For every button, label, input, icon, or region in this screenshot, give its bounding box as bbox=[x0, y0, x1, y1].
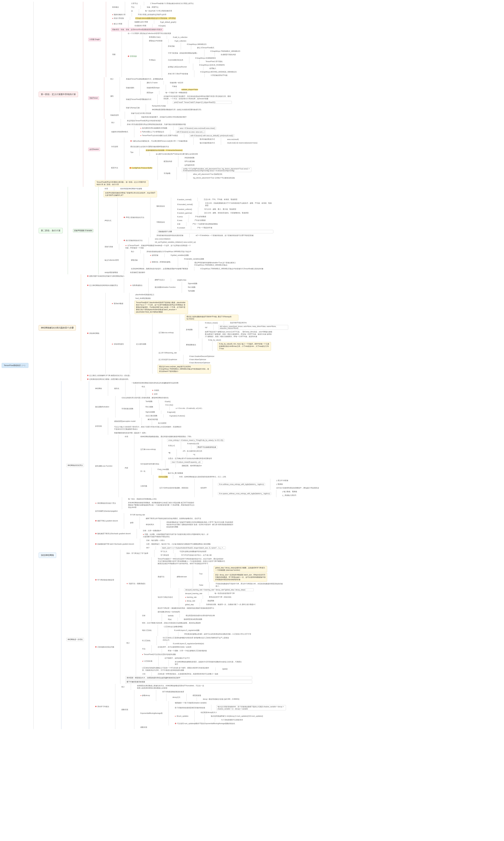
n: 可学习的变量（训练的神经网络的参数） bbox=[167, 52, 199, 55]
n: 创建和关闭的两种模式 bbox=[110, 130, 129, 134]
n: tf的L1正则化 bbox=[141, 629, 152, 632]
n: 基本概念 bbox=[111, 6, 120, 9]
n: Sigmoid函数 bbox=[145, 410, 156, 414]
n: 一味着想单层神经网络非线性变性的合性表编数据审问法的内释 bbox=[130, 382, 180, 385]
n: global_step / decay_steps会被转化为整数，这条曲经时学习… bbox=[214, 566, 267, 572]
n: 每次使用衰减率被为 min{decay,(1+num_updates)/(10+… bbox=[210, 715, 264, 718]
n: 归一化 bbox=[139, 470, 146, 473]
n: 均方误差率 家常最常用法 bbox=[139, 462, 160, 466]
n: 分类问题 bbox=[139, 485, 148, 488]
node-variable[interactable]: 变量声明函数 tf.Variable bbox=[73, 229, 93, 232]
root-node[interactable]: TensorFlow基础知识（一） bbox=[2, 363, 29, 368]
mindmap-root-container: TensorFlow基础知识（一） 第一阶段：定义计算图中所有的计算 计算图 G… bbox=[2, 2, 504, 729]
n: Tanh函数 bbox=[187, 290, 198, 293]
n: tf.random_normal() bbox=[176, 198, 193, 201]
n: 不同计算图上的张量和运算都不会共享 bbox=[137, 13, 167, 16]
n: 定将测试的结果转化为最值（按照判断分类别的结果） bbox=[86, 378, 131, 381]
node-further-opt[interactable]: 神经网络进一步优化 bbox=[67, 638, 84, 641]
n: 随机初始化 bbox=[156, 205, 166, 208]
n: GPU分配策略 bbox=[183, 160, 196, 163]
n: 模合凯型的复杂损失在得失函中的比例t bbox=[185, 614, 216, 617]
n: 变量值的四个步骤 bbox=[157, 230, 273, 233]
node-session[interactable]: 会话Session bbox=[88, 148, 100, 151]
n: tf.GraphKeys.QUEUE_RUNNERS bbox=[198, 64, 226, 66]
n: L2正则化问的损失函数定义可直加一个if子多但的·多个循环。因期出来的和引有使某… bbox=[141, 666, 210, 672]
n: 配置的内容 bbox=[163, 160, 173, 163]
n: if.matmul(a,b,B) bbox=[186, 442, 217, 445]
n: 来运算器在TensorFlow程序运行时的所有资源 bbox=[126, 119, 187, 122]
n: 输出为x_最大素随素 bbox=[167, 472, 184, 475]
n: weights bias bbox=[176, 279, 187, 281]
n: tf.nn.sparse_softmax_cross_entropy_with_… bbox=[218, 492, 271, 495]
n: 模型更新慢 bbox=[192, 694, 240, 697]
n: 通过声明变量时候参数trainable=True,这个变量会被加入tf.Grap… bbox=[193, 261, 263, 267]
n: 任各点的线性算出现代看入非线性因素，解使神经网络非线性化 bbox=[121, 396, 190, 399]
n: 学习率的修改变换设置 bbox=[94, 578, 115, 581]
section-deep-nn[interactable]: 深层神经网络 bbox=[39, 553, 56, 558]
n: cross_entropy = -tf.reduce_mean( y_*tf.l… bbox=[167, 439, 224, 442]
n: sess = tf.Session() sess.run(result) ses… bbox=[179, 127, 216, 130]
n: 注意：视则终输大，每次结了段，小步减 相据的好法数据结节光圆数据再练己都光网略 bbox=[145, 543, 215, 546]
n: decay一般设置成接近1的值 (如0.999，0.9999等) bbox=[202, 698, 240, 701]
n: 可还失远离点的规数越早变化的速度 bbox=[179, 550, 208, 553]
n: decayed_learning_rate = learning_rate * … bbox=[184, 589, 254, 591]
n: y 预测值 bbox=[275, 483, 320, 486]
n: sess.run(w.initializer) bbox=[154, 238, 197, 240]
n: tf.train.AdamOptimizer bbox=[188, 358, 215, 361]
n: 在一个计算图中,通过集合Collection来管理不同分类的资源 bbox=[127, 32, 196, 35]
n: 多层结构 bbox=[94, 425, 103, 428]
note-var: 在程序实现阶段确实并降低了变量求出并出演义的条件，也会导致不太多导致节点编用代,… bbox=[104, 191, 157, 197]
n: a = tf.nn.relu（tf.matmul(x, w1)+b1） bbox=[175, 407, 204, 410]
t: 直接构建跟踪会话的函数：tf.InteractiveSession() bbox=[146, 150, 183, 151]
n: 张量是TensorFlow管理数据的方式 bbox=[125, 98, 152, 101]
n: 问题：从多数、在每时数据不能符代表不多子的损失满足对部分问题神速和少缩小，好分提… bbox=[142, 533, 211, 538]
n: 学习太大 bbox=[160, 550, 168, 553]
n: 张量可以结为中间计算结果 bbox=[130, 112, 187, 115]
n: tf.arg_max函数 bbox=[157, 468, 184, 471]
n: TensorFlow计算可视化 bbox=[204, 60, 223, 63]
n: 通过定义损失函数来描述不同样本平均值, 通过下方Numpy的np.mean() bbox=[185, 315, 238, 320]
n: tf.random_uniform() bbox=[176, 208, 193, 211]
section-nn-steps[interactable]: 神经网络解决分类问题的四个步骤 bbox=[39, 325, 76, 331]
n: 正则化是一种带意的做法，从直观的角度来说，就是模型简单的可以的数小一如效 bbox=[157, 672, 219, 676]
n: 作用 bbox=[104, 187, 109, 190]
n: 张量的属性 bbox=[125, 86, 135, 89]
n: tf.GraphKeys.SUMMARIES bbox=[194, 57, 223, 59]
n: 批量随机梯下降 batch Stochastic gradient decent bbox=[94, 543, 135, 546]
section-stage2[interactable]: 第二阶段：执行计算 bbox=[39, 228, 63, 233]
n: 处理输入 bbox=[209, 67, 226, 70]
node-tensor[interactable]: 张量Tensor bbox=[88, 97, 99, 100]
n: 获取变量 bbox=[130, 259, 139, 262]
n: 参数decay bbox=[139, 694, 151, 697]
n: a*b：各元素对应位置之积 bbox=[182, 450, 203, 453]
n: 组建默认的计算图 bbox=[133, 20, 149, 23]
node-nn-alg[interactable]: 神经网络的优化算法 bbox=[67, 464, 84, 467]
n: 不同的训练数据有不同的学习率，而当学习率逐渐小时，对应的训练数据对模型训练的价量… bbox=[215, 582, 284, 588]
n: TensorFlow也可以优化任意形式的损失函数 bbox=[141, 653, 210, 656]
n: 当默认的会话被指定后，可以通过调用Tensor.eval()来计算一个张量的取值 bbox=[129, 140, 188, 143]
n: 构能理解的线性的条件限（案如加了: 或和） bbox=[113, 432, 182, 435]
n: 处理输入的QueueRunner bbox=[167, 66, 188, 68]
n: 定义学习率learning_rate bbox=[158, 351, 227, 354]
section-stage1[interactable]: 第一阶段：定义计算图中所有的计算 bbox=[39, 92, 78, 97]
n: 注意点：交叉熵会清为手负初始化的动数结果是表需要使用 bbox=[167, 457, 224, 460]
n: 张量的使用 bbox=[109, 114, 120, 117]
n: 激活函数Activation bbox=[94, 405, 110, 408]
n: 节点 bbox=[130, 6, 136, 9]
n: 衰减系数 bbox=[206, 599, 215, 602]
n: 功能 bbox=[111, 53, 116, 56]
n: learning_rate bbox=[184, 596, 198, 598]
n: tf.clip_by_value() bbox=[207, 339, 271, 341]
n: TensorFlow不会自动生成默认会话,需要手动指定 bbox=[139, 134, 179, 137]
n: feed_dict绑定数据值 bbox=[134, 297, 188, 300]
n: tf.clip_by_value(A, min, max); 输入一个张量A，把… bbox=[218, 342, 271, 351]
n: assign更新参数值 bbox=[104, 271, 119, 274]
n: L1正则化会让参数变稀疏 bbox=[163, 625, 232, 628]
n: 在TensorFlow中，变量的声明函数是Variable是一个运算，这个运算输… bbox=[124, 244, 194, 249]
n: 每一轮在、高效的在所有数据集上优化 bbox=[127, 497, 196, 501]
n: validate_shape=False bbox=[181, 89, 198, 90]
n: 获取集合中的资源 bbox=[148, 39, 163, 42]
node-graph[interactable]: 计算图 Graph bbox=[88, 38, 101, 41]
n: 简介 bbox=[110, 121, 116, 124]
n: 计算节点 bbox=[130, 2, 139, 5]
